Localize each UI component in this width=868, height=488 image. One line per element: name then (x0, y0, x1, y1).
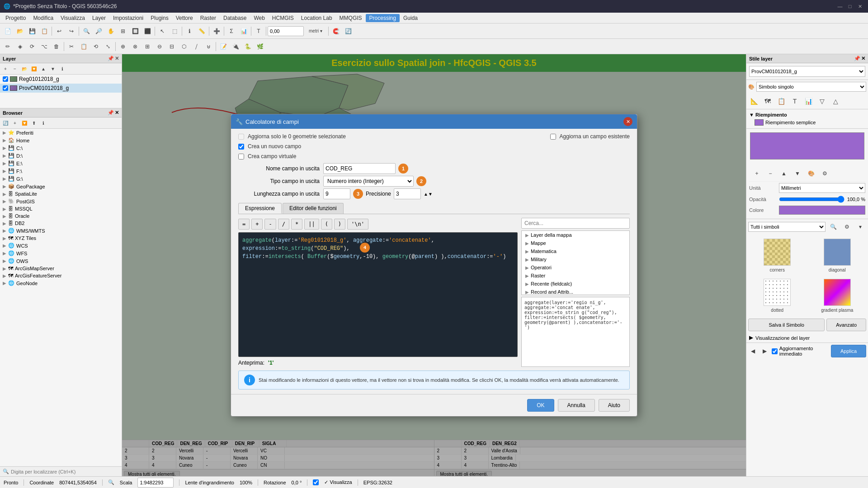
layer-item-prov[interactable]: ProvCM01012018_g (0, 84, 122, 93)
menu-impostazioni[interactable]: Impostazioni (109, 14, 147, 22)
menu-layer[interactable]: Layer (89, 14, 109, 22)
copy-feat-btn[interactable]: ⌥ (38, 41, 50, 52)
style-color-wheel[interactable]: 🎨 (805, 168, 817, 179)
unit-select[interactable]: Millimetri (779, 183, 865, 193)
tab-expression[interactable]: Espressione (238, 203, 282, 214)
func-math[interactable]: ▶Matematica (522, 247, 629, 255)
browser-ows[interactable]: ▶🌐OWS (0, 257, 122, 265)
tab-editor[interactable]: Editor delle funzioni (283, 203, 344, 214)
digitize-btn[interactable]: ✏ (2, 41, 14, 52)
precision-input[interactable] (394, 188, 421, 199)
menu-vettore[interactable]: Vettore (172, 14, 197, 22)
browser-xyz[interactable]: ▶🗺XYZ Tiles (0, 235, 122, 242)
menu-processing[interactable]: Processing (366, 14, 400, 22)
del-ring-btn[interactable]: ⊖ (154, 41, 165, 52)
browser-oracle[interactable]: ▶🗄Oracle (0, 212, 122, 220)
refresh-btn[interactable]: 🔄 (342, 25, 354, 37)
expr-btn-plus[interactable]: + (251, 219, 263, 230)
menu-guida[interactable]: Guida (400, 14, 421, 22)
menu-locationlab[interactable]: Location Lab (297, 14, 336, 22)
menu-hcmgis[interactable]: HCMGIS (269, 14, 297, 22)
layer-open-btn[interactable]: 📂 (20, 64, 29, 73)
check-geom[interactable] (238, 134, 244, 140)
func-record[interactable]: ▶Record and Attrib... (522, 288, 629, 295)
symbol-filter-select[interactable]: Tutti i simboli (748, 222, 826, 232)
add-part-btn[interactable]: ⊞ (142, 41, 153, 52)
browser-collapse[interactable]: ⬆ (29, 118, 38, 127)
apply-btn[interactable]: Applica (831, 345, 866, 357)
opacity-slider[interactable] (779, 196, 844, 203)
browser-home[interactable]: ▶🏠Home (0, 136, 122, 144)
layer-remove-btn[interactable]: − (10, 64, 19, 73)
reshape-btn[interactable]: ⬡ (178, 41, 190, 52)
precision-spinner[interactable]: ▲▼ (424, 192, 433, 197)
expr-btn-lparen[interactable]: ( (321, 219, 332, 230)
cut-btn[interactable]: ✂ (66, 41, 77, 52)
plugins-btn[interactable]: 🔌 (230, 41, 241, 52)
field-length-input[interactable] (323, 188, 350, 199)
coordinate-input[interactable] (268, 26, 304, 36)
code-editor[interactable]: aggregate(layer:='Reg01012018_g', aggreg… (238, 232, 518, 357)
deselect-btn[interactable]: ⬚ (169, 25, 180, 37)
func-raster[interactable]: ▶Raster (522, 272, 629, 280)
grass-btn[interactable]: 🌿 (254, 41, 266, 52)
menu-mmqgis[interactable]: MMQGIS (336, 14, 366, 22)
python-btn[interactable]: 🐍 (242, 41, 254, 52)
style-pin[interactable]: 📌 (854, 56, 860, 61)
edit-table-btn[interactable]: 📝 (217, 41, 229, 52)
check-existing[interactable] (550, 134, 556, 140)
func-layer-map[interactable]: ▶Layer della mappa (522, 231, 629, 239)
open-btn[interactable]: 📂 (14, 25, 26, 37)
style-icon-4[interactable]: T (789, 95, 801, 107)
node-btn[interactable]: ◈ (14, 41, 26, 52)
render-check[interactable] (313, 479, 319, 485)
style-type-select[interactable]: Simbolo singolo (756, 82, 866, 92)
func-search-input[interactable] (521, 218, 630, 229)
color-swatch-small[interactable] (779, 206, 865, 215)
scale-btn[interactable]: ⤡ (102, 41, 114, 52)
expr-btn-concat[interactable]: || (304, 219, 319, 230)
field-type-select[interactable]: Numero intero (Integer) (323, 176, 414, 187)
scale-input[interactable] (137, 478, 174, 488)
browser-arcgismap[interactable]: ▶🗺ArcGisMapServer (0, 265, 122, 272)
menu-visualizza[interactable]: Visualizza (57, 14, 89, 22)
layer-down-btn[interactable]: ▼ (48, 64, 57, 73)
menu-progetto[interactable]: Progetto (2, 14, 29, 22)
symbol-settings-btn[interactable]: ⚙ (841, 221, 853, 233)
browser-close[interactable]: ✕ (115, 110, 119, 116)
browser-pin[interactable]: 📌 (108, 110, 114, 116)
redo-btn[interactable]: ↪ (66, 25, 77, 37)
coord-unit-btn[interactable]: metri ▾ (304, 25, 327, 37)
browser-d[interactable]: ▶💾D:\ (0, 152, 122, 160)
func-military[interactable]: ▶Military (522, 255, 629, 263)
symbol-item-dotted[interactable]: dotted (748, 277, 807, 315)
paste-btn[interactable]: 📋 (78, 41, 90, 52)
expr-btn-rparen[interactable]: ) (334, 219, 345, 230)
zoom-in-btn[interactable]: 🔍 (80, 25, 92, 37)
dialog-close-btn[interactable]: ✕ (623, 117, 632, 126)
attr-table-btn[interactable]: 📊 (238, 25, 250, 37)
style-icon-1[interactable]: 📐 (748, 95, 760, 107)
help-button[interactable]: Aiuto (599, 399, 630, 412)
add-ring-btn[interactable]: ⊕ (117, 41, 129, 52)
browser-postgis[interactable]: ▶🐘PostGIS (0, 197, 122, 205)
labeling-btn[interactable]: T (253, 25, 264, 37)
browser-c[interactable]: ▶💾C:\ (0, 144, 122, 152)
expr-btn-minus[interactable]: - (264, 219, 276, 230)
func-operators[interactable]: ▶Operatori (522, 263, 629, 272)
del-part-btn[interactable]: ⊟ (166, 41, 178, 52)
browser-geonode[interactable]: ▶🌐GeoNode (0, 279, 122, 287)
split-btn[interactable]: ⧸ (190, 41, 202, 52)
locator-input[interactable] (11, 469, 119, 474)
pan-btn[interactable]: ✋ (105, 25, 117, 37)
style-plus-btn[interactable]: + (751, 168, 763, 179)
select-btn[interactable]: ↖ (156, 25, 168, 37)
style-layer-select[interactable]: ProvCM01012018_g (749, 66, 865, 77)
browser-add[interactable]: + (10, 118, 19, 127)
layer-add-btn[interactable]: + (1, 64, 10, 73)
cancel-button[interactable]: Annulla (558, 399, 595, 412)
style-icon-6[interactable]: ▽ (816, 95, 828, 107)
expr-btn-eq[interactable]: = (238, 219, 250, 230)
browser-refresh[interactable]: 🔄 (1, 118, 10, 127)
save-symbol-btn[interactable]: Salva il Simbolo (748, 319, 825, 331)
